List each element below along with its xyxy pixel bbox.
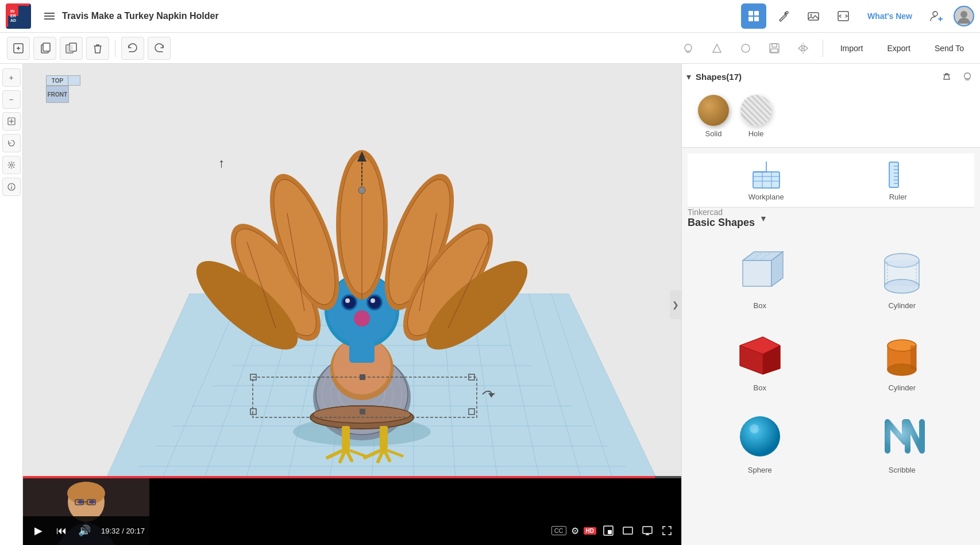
light-bulb-button[interactable]: [677, 37, 700, 60]
shape-card-sphere[interactable]: Sphere: [693, 406, 827, 479]
play-button[interactable]: ▶: [30, 522, 47, 539]
avatar[interactable]: [954, 6, 974, 26]
solid-shape-option[interactable]: Solid: [698, 95, 729, 138]
view-cube-top[interactable]: TOP: [46, 75, 69, 86]
circle-outline-button[interactable]: [734, 37, 757, 60]
video-controls: ▶ ⏮ 🔊 19:32 / 20:17 CC ⚙ HD: [23, 516, 681, 545]
svg-text:ER: ER: [10, 14, 16, 18]
separator-1: [115, 40, 115, 57]
svg-rect-5: [44, 13, 55, 14]
workplane-tool[interactable]: Workplane: [748, 159, 784, 201]
svg-rect-137: [608, 530, 612, 534]
theater-button[interactable]: [620, 523, 635, 538]
undo-button[interactable]: [121, 37, 144, 60]
shape-card-cylinder-wireframe[interactable]: Cylinder: [836, 241, 969, 314]
svg-point-37: [10, 164, 13, 166]
zoom-out-button[interactable]: −: [2, 90, 21, 109]
svg-rect-7: [44, 18, 55, 20]
mirror-button[interactable]: [792, 37, 815, 60]
video-right-controls: CC ⚙ HD: [551, 523, 674, 538]
tools-button[interactable]: [771, 3, 796, 29]
svg-text:AD: AD: [10, 18, 16, 22]
toolbar-right: Import Export Send To: [677, 37, 973, 60]
rotate-view-button[interactable]: [2, 134, 21, 152]
copy-button[interactable]: [33, 37, 56, 60]
whats-new-button[interactable]: What's New: [861, 8, 919, 24]
hole-shape-option[interactable]: Hole: [740, 95, 771, 138]
video-time: 19:32 / 20:17: [101, 527, 145, 535]
shapes-light-icon[interactable]: [959, 68, 975, 85]
shape-outline-button[interactable]: [705, 37, 728, 60]
save-button[interactable]: [763, 37, 786, 60]
view-cube-front[interactable]: FRONT: [46, 86, 69, 103]
svg-rect-8: [748, 11, 753, 16]
workplane-icon: [751, 159, 782, 190]
send-to-button[interactable]: Send To: [925, 40, 973, 57]
volume-button[interactable]: 🔊: [76, 522, 93, 539]
library-dropdown-button[interactable]: ▼: [759, 214, 767, 223]
add-user-button[interactable]: [924, 3, 949, 29]
svg-point-83: [345, 298, 350, 303]
solid-sphere-icon: [698, 95, 729, 126]
gallery-button[interactable]: [801, 3, 826, 29]
svg-point-182: [750, 424, 759, 433]
shapes-panel: ▾ Shapes(17): [682, 64, 980, 148]
svg-rect-27: [66, 45, 73, 53]
view-cube[interactable]: TOP FRONT: [34, 75, 80, 121]
duplicate-button[interactable]: [60, 37, 83, 60]
box-wireframe-icon: [734, 246, 786, 298]
svg-point-130: [78, 500, 83, 504]
shape-card-box-solid[interactable]: Box: [693, 324, 827, 397]
svg-point-86: [354, 310, 370, 327]
export-button[interactable]: Export: [878, 40, 919, 57]
new-button[interactable]: [7, 37, 30, 60]
cc-badge[interactable]: CC: [551, 526, 566, 535]
separator-2: [823, 40, 823, 57]
collapse-panel-button[interactable]: ❯: [670, 290, 681, 319]
svg-rect-123: [360, 374, 365, 380]
shapes-bucket-icon[interactable]: [939, 68, 955, 85]
redo-button[interactable]: [148, 37, 171, 60]
solid-label: Solid: [705, 129, 722, 138]
settings-icon[interactable]: ⚙: [571, 525, 579, 536]
tv-button[interactable]: [640, 523, 655, 538]
skip-back-button[interactable]: ⏮: [53, 522, 70, 539]
shape-card-scribble[interactable]: Scribble: [836, 406, 969, 479]
ruler-tool[interactable]: Ruler: [882, 159, 913, 201]
cylinder-wireframe-icon: [876, 246, 928, 298]
video-overlay: ▶ ⏮ 🔊 19:32 / 20:17 CC ⚙ HD: [23, 476, 681, 545]
3d-canvas[interactable]: ↑: [23, 64, 681, 545]
top-bar: IN ER AD Travis Make a Turkey Napkin Hol…: [0, 0, 980, 33]
svg-text:IN: IN: [10, 9, 14, 13]
view-cube-side[interactable]: [68, 75, 80, 86]
grid-view-button[interactable]: [741, 3, 766, 29]
miniplayer-button[interactable]: [601, 523, 616, 538]
hamburger-icon[interactable]: [37, 3, 62, 29]
svg-rect-104: [342, 426, 350, 449]
shapes-collapse-button[interactable]: ▾: [686, 71, 691, 82]
import-button[interactable]: Import: [831, 40, 873, 57]
shape-card-box-wireframe[interactable]: Box: [693, 241, 827, 314]
info-button[interactable]: [2, 178, 21, 196]
video-progress-fill: [23, 476, 655, 478]
svg-point-19: [960, 11, 967, 18]
svg-rect-158: [743, 260, 771, 286]
right-panel: ▾ Shapes(17): [681, 64, 980, 545]
canvas-area[interactable]: TOP FRONT: [23, 64, 681, 545]
svg-rect-10: [748, 17, 753, 21]
zoom-in-button[interactable]: +: [2, 68, 21, 87]
code-button[interactable]: [831, 3, 856, 29]
shapes-content: Solid Hole: [686, 90, 975, 143]
delete-button[interactable]: [86, 37, 109, 60]
hole-sphere-icon: [740, 95, 771, 126]
fit-view-button[interactable]: [2, 112, 21, 131]
toolbar: Import Export Send To: [0, 33, 980, 64]
shape-card-cylinder-solid[interactable]: Cylinder: [836, 324, 969, 397]
cylinder-solid-icon: [876, 328, 928, 380]
svg-point-16: [933, 11, 937, 16]
scribble-icon: [876, 410, 928, 462]
settings-button[interactable]: [2, 156, 21, 174]
fullscreen-button[interactable]: [659, 523, 674, 538]
svg-point-40: [11, 185, 11, 185]
video-progress-bar[interactable]: [23, 476, 681, 478]
